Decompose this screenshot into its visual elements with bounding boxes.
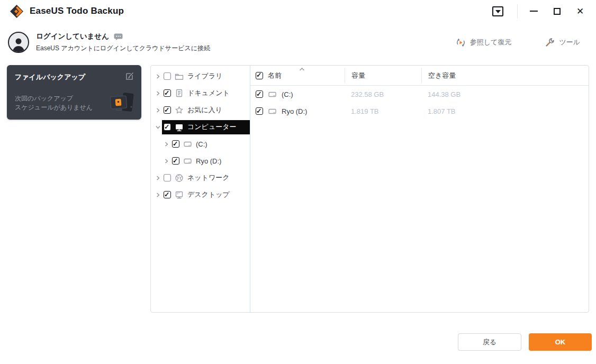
row-checkbox[interactable] xyxy=(256,107,263,115)
drive-free: 144.38 GB xyxy=(421,90,589,98)
column-name[interactable]: 名前 xyxy=(268,71,282,80)
computer-icon xyxy=(175,123,184,132)
schedule-line-2: スケジュールがありません xyxy=(15,103,93,112)
folder-icon xyxy=(175,72,184,81)
tree-item-3[interactable]: コンピューター xyxy=(151,119,250,135)
selection-panel: ライブラリドキュメントお気に入りコンピューター(C:)Ryo (D:)ネットワー… xyxy=(150,65,589,313)
controls-divider xyxy=(517,4,518,18)
favorites-icon xyxy=(175,106,184,115)
tree-item-label: (C:) xyxy=(196,140,207,148)
chevron-right-icon[interactable] xyxy=(162,140,170,148)
table-body: (C:)232.58 GB144.38 GBRyo (D:)1.819 TB1.… xyxy=(250,86,589,120)
row-checkbox[interactable] xyxy=(256,90,263,98)
tree-item-label: ライブラリ xyxy=(187,71,223,81)
close-icon: ✕ xyxy=(576,7,584,16)
chevron-right-icon[interactable] xyxy=(154,106,162,114)
drive-capacity: 232.58 GB xyxy=(345,90,421,98)
table-row-1[interactable]: Ryo (D:)1.819 TB1.807 TB xyxy=(250,103,589,120)
minimize-to-tray-button[interactable] xyxy=(492,6,503,16)
drive-name: Ryo (D:) xyxy=(282,107,307,115)
chevron-right-icon[interactable] xyxy=(154,72,162,80)
tree-item-label: Ryo (D:) xyxy=(196,157,221,165)
drive-icon xyxy=(268,107,277,116)
chevron-down-icon[interactable] xyxy=(154,123,162,131)
tree-item-label: ドキュメント xyxy=(187,88,230,98)
desktop-icon xyxy=(175,190,184,199)
tools-icon xyxy=(545,38,555,48)
close-button[interactable]: ✕ xyxy=(568,0,592,22)
tree-checkbox[interactable] xyxy=(164,123,171,131)
tree-item-label: コンピューター xyxy=(187,122,237,132)
easeus-logo-icon xyxy=(10,4,24,19)
down-triangle-icon xyxy=(495,10,501,13)
tree-checkbox[interactable] xyxy=(164,72,171,80)
ok-button[interactable]: OK xyxy=(529,333,592,351)
person-icon xyxy=(11,36,26,52)
tree-checkbox[interactable] xyxy=(172,140,179,148)
tree-item-4[interactable]: (C:) xyxy=(151,135,250,152)
table-row-0[interactable]: (C:)232.58 GB144.38 GB xyxy=(250,86,589,103)
tree-checkbox[interactable] xyxy=(164,191,171,198)
tree-checkbox[interactable] xyxy=(172,157,179,165)
drive-icon xyxy=(268,90,277,99)
sort-ascending-icon[interactable] xyxy=(299,67,305,71)
network-icon xyxy=(175,174,184,183)
maximize-button[interactable] xyxy=(545,0,568,22)
schedule-line-1: 次回のバックアップ xyxy=(15,94,73,103)
chevron-right-icon[interactable] xyxy=(162,157,170,165)
document-icon xyxy=(175,89,184,98)
tree-item-label: ネットワーク xyxy=(187,173,230,183)
chat-bubble-icon[interactable] xyxy=(114,33,123,40)
tree-checkbox[interactable] xyxy=(164,89,171,97)
tree-item-5[interactable]: Ryo (D:) xyxy=(151,152,250,169)
tree-item-1[interactable]: ドキュメント xyxy=(151,85,250,102)
browse-restore-label: 参照して復元 xyxy=(470,38,512,47)
column-capacity[interactable]: 容量 xyxy=(345,68,421,84)
tools-button[interactable]: ツール xyxy=(545,38,580,48)
chevron-right-icon[interactable] xyxy=(154,174,162,182)
drive-capacity: 1.819 TB xyxy=(345,107,421,115)
tree-item-0[interactable]: ライブラリ xyxy=(151,68,250,85)
edit-icon[interactable] xyxy=(125,71,134,80)
drive-name: (C:) xyxy=(282,90,293,98)
tree-item-label: デスクトップ xyxy=(187,190,230,199)
tree-item-6[interactable]: ネットワーク xyxy=(151,169,250,186)
drive-free: 1.807 TB xyxy=(421,107,589,115)
app-title: EaseUS Todo Backup xyxy=(30,6,124,16)
tree-checkbox[interactable] xyxy=(164,174,171,181)
source-tree: ライブラリドキュメントお気に入りコンピューター(C:)Ryo (D:)ネットワー… xyxy=(151,66,250,312)
tree-item-7[interactable]: デスクトップ xyxy=(151,186,250,203)
drive-icon xyxy=(183,140,192,149)
avatar[interactable] xyxy=(8,32,29,53)
minimize-button[interactable] xyxy=(522,0,545,22)
column-free[interactable]: 空き容量 xyxy=(421,68,589,84)
maximize-icon xyxy=(554,8,561,15)
chevron-right-icon[interactable] xyxy=(154,89,162,97)
chevron-right-icon[interactable] xyxy=(154,191,162,199)
tools-label: ツール xyxy=(559,38,580,47)
backup-card-title: ファイルバックアップ xyxy=(15,72,85,82)
file-backup-card[interactable]: ファイルバックアップ 次回のバックアップ スケジュールがありません xyxy=(7,65,141,120)
login-status-text[interactable]: ログインしていません xyxy=(36,32,109,41)
title-bar: EaseUS Todo Backup ✕ xyxy=(0,0,596,22)
browse-restore-button[interactable]: 参照して復元 xyxy=(456,38,512,48)
back-button[interactable]: 戻る xyxy=(458,333,521,351)
select-all-checkbox[interactable] xyxy=(256,72,263,79)
tree-item-label: お気に入り xyxy=(187,105,222,115)
tree-item-2[interactable]: お気に入り xyxy=(151,102,250,119)
tree-checkbox[interactable] xyxy=(164,106,171,114)
computer-device-icon xyxy=(109,92,136,117)
drive-table: 名前 容量 空き容量 (C:)232.58 GB144.38 GBRyo (D:… xyxy=(250,66,589,312)
drive-icon xyxy=(183,157,192,166)
restore-icon xyxy=(456,38,466,48)
account-header: ログインしていません EaseUS アカウントにログインしてクラウドサービスに接… xyxy=(0,25,596,59)
login-subtitle: EaseUS アカウントにログインしてクラウドサービスに接続 xyxy=(36,44,210,53)
minimize-icon xyxy=(530,11,538,12)
